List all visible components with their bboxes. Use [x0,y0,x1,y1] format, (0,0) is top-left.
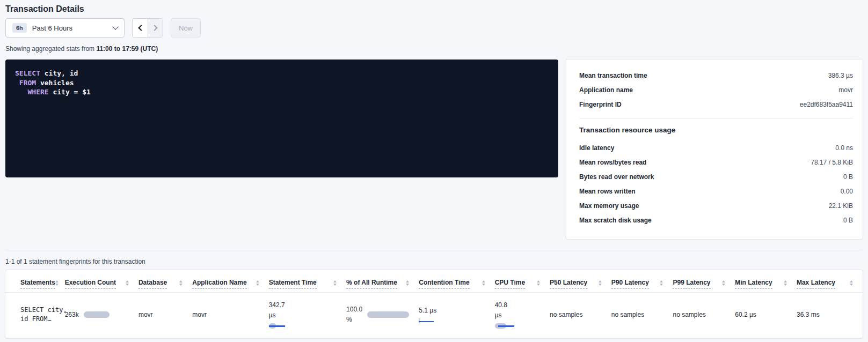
time-range-dropdown[interactable]: 6h Past 6 Hours [5,18,125,38]
time-controls: 6h Past 6 Hours Now [5,18,863,38]
sort-icon[interactable] [55,280,59,286]
column-header-statements[interactable]: Statements [5,270,65,293]
column-header-database[interactable]: Database [138,270,192,293]
summary-value: 0.00 [841,188,853,195]
cell-execution-count: 263k [65,293,138,338]
summary-label: Idle latency [579,144,614,152]
column-header-label[interactable]: Statement Time [269,279,317,289]
sort-icon[interactable] [406,280,409,286]
cell-application-name: movr [192,293,268,338]
cell-percent-runtime: 100.0% [346,293,419,338]
column-header-contention-time[interactable]: Contention Time [419,270,494,293]
sql-query-text: SELECT city, id FROM vehicles WHERE city… [15,69,549,97]
statements-table-card: StatementsExecution CountDatabaseApplica… [5,270,863,338]
column-header-of-all-runtime[interactable]: % of All Runtime [346,270,419,293]
time-range-label: Past 6 Hours [32,24,113,32]
column-header-statement-time[interactable]: Statement Time [269,270,346,293]
page-title: Transaction Details [5,3,863,14]
summary-row: Max memory usage22.1 KiB [579,198,853,213]
execution-count-bar [84,311,110,318]
column-header-min-latency[interactable]: Min Latency [735,270,797,293]
summary-value: 0 B [843,217,853,224]
cell-p90-latency: no samples [611,293,673,338]
summary-row: Application namemovr [579,83,853,97]
summary-value: movr [838,86,853,94]
previous-time-button[interactable] [133,19,148,37]
sort-icon[interactable] [333,280,337,286]
time-range-badge: 6h [12,23,27,33]
column-header-label[interactable]: % of All Runtime [346,279,397,289]
column-header-max-latency[interactable]: Max Latency [797,270,863,293]
summary-value: 78.17 / 5.8 KiB [811,159,853,166]
summary-label: Mean rows/bytes read [579,159,646,166]
column-header-label[interactable]: CPU Time [495,279,525,289]
summary-row: Mean rows/bytes read78.17 / 5.8 KiB [579,155,853,169]
column-header-label[interactable]: P50 Latency [550,279,587,289]
contention-time-bar [419,318,485,324]
sort-icon[interactable] [660,280,663,286]
column-header-execution-count[interactable]: Execution Count [65,270,138,293]
column-header-p50-latency[interactable]: P50 Latency [550,270,611,293]
cell-contention-time: 5.1 µs [419,293,494,338]
column-header-label[interactable]: Application Name [192,279,246,289]
summary-label: Max memory usage [579,202,639,210]
chevron-left-icon [138,25,144,31]
next-time-button[interactable] [148,19,163,37]
cell-cpu-time: 40.8µs [495,293,550,338]
summary-label: Mean transaction time [579,72,647,79]
column-header-label[interactable]: Max Latency [797,279,835,289]
sort-icon[interactable] [722,280,725,286]
summary-divider [579,118,853,118]
summary-label: Bytes read over network [579,173,654,181]
column-header-label[interactable]: P90 Latency [611,279,649,289]
sort-icon[interactable] [537,280,540,286]
aggregation-range-text: Showing aggregated stats from 11:00 to 1… [5,45,863,53]
chevron-right-icon [151,25,157,31]
transaction-details-page: Transaction Details 6h Past 6 Hours Now … [0,0,868,338]
table-row: SELECT city,id FROM… 263k movr movr 342.… [5,293,863,338]
now-button[interactable]: Now [171,18,201,38]
column-header-label[interactable]: Execution Count [65,279,116,289]
summary-row: Mean transaction time386.3 µs [579,68,853,83]
summary-value: 386.3 µs [828,72,853,79]
statement-count-text: 1-1 of 1 statement fingerprints for this… [5,258,863,265]
sql-query-box: SELECT city, id FROM vehicles WHERE city… [5,60,558,177]
column-header-p90-latency[interactable]: P90 Latency [611,270,673,293]
column-header-label[interactable]: P99 Latency [673,279,710,289]
cell-p99-latency: no samples [673,293,735,338]
column-header-label[interactable]: Statements [20,279,55,289]
sql-keyword: WHERE [27,88,48,96]
cpu-time-bar [495,323,540,329]
cell-database: movr [138,293,192,338]
summary-label: Max scratch disk usage [579,217,652,224]
cell-statements: SELECT city,id FROM… [5,293,65,338]
column-header-label[interactable]: Database [138,279,167,289]
column-header-p99-latency[interactable]: P99 Latency [673,270,735,293]
cell-min-latency: 60.2 µs [735,293,797,338]
sort-icon[interactable] [256,280,259,286]
summary-label: Application name [579,86,633,94]
summary-row: Idle latency0.0 ns [579,140,853,155]
summary-value: 0 B [843,173,853,181]
sort-icon[interactable] [850,280,853,286]
column-header-cpu-time[interactable]: CPU Time [495,270,550,293]
percent-runtime-bar [367,311,409,318]
sort-icon[interactable] [784,280,787,286]
resource-usage-rows: Idle latency0.0 nsMean rows/bytes read78… [579,140,853,227]
column-header-application-name[interactable]: Application Name [192,270,268,293]
resource-usage-title: Transaction resource usage [579,126,853,134]
sql-keyword: FROM [19,79,36,87]
column-header-label[interactable]: Min Latency [735,279,772,289]
aggregation-range-bold: 11:00 to 17:59 (UTC) [96,45,158,53]
sort-icon[interactable] [599,280,602,286]
cell-max-latency: 36.3 ms [797,293,863,338]
sort-icon[interactable] [179,280,183,286]
column-header-label[interactable]: Contention Time [419,279,469,289]
summary-value: 22.1 KiB [829,202,853,210]
time-step-buttons [132,18,163,38]
summary-row: Max scratch disk usage0 B [579,213,853,227]
sort-icon[interactable] [126,280,129,286]
statement-link[interactable]: SELECT city,id FROM… [20,306,55,324]
sort-icon[interactable] [482,280,485,286]
cell-p50-latency: no samples [550,293,611,338]
